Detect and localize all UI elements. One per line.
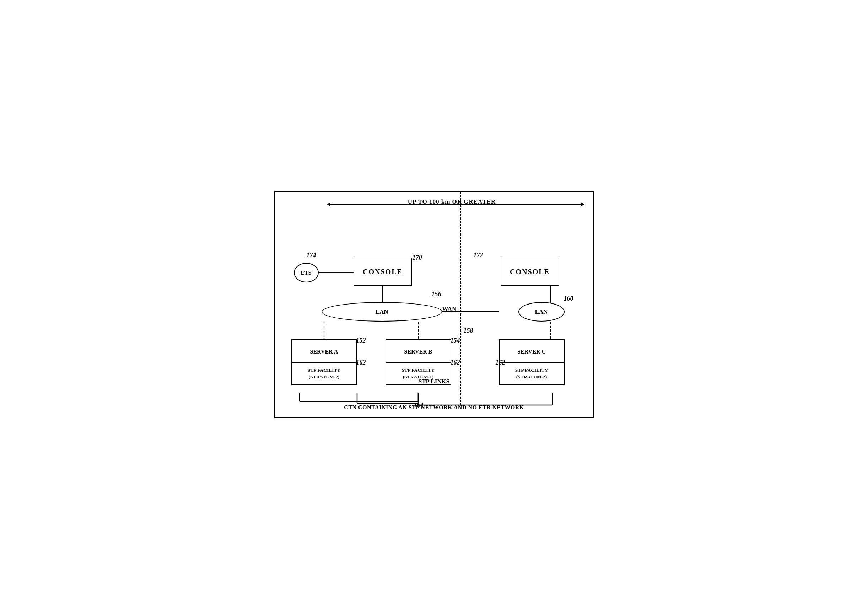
ref-162c: 162 — [496, 359, 505, 366]
console-right-label: CONSOLE — [510, 268, 550, 276]
distance-label: UP TO 100 km OR GREATER — [329, 198, 575, 205]
ref-158: 158 — [463, 327, 473, 334]
lan-right-ellipse: LAN — [518, 302, 564, 322]
server-a-bottom: STP FACILITY(STRATUM-2) — [292, 363, 356, 384]
ref-170: 170 — [412, 254, 422, 262]
ref-160: 160 — [564, 295, 574, 302]
distance-text: UP TO 100 km OR GREATER — [408, 198, 496, 205]
ref-174: 174 — [307, 251, 316, 259]
ref-172: 172 — [474, 251, 483, 259]
ref-162b: 162 — [451, 359, 460, 366]
ref-156: 156 — [432, 291, 441, 298]
stp-links-label: STP LINKS — [418, 378, 450, 385]
server-c-top: SERVER C — [499, 340, 564, 363]
server-a-box: SERVER A STP FACILITY(STRATUM-2) — [291, 339, 357, 385]
ref-162a: 162 — [356, 359, 366, 366]
lan-left-label: LAN — [375, 308, 388, 316]
console-left-label: CONSOLE — [363, 268, 403, 276]
server-c-bottom: STP FACILITY(STRATUM-2) — [499, 363, 564, 384]
server-a-top: SERVER A — [292, 340, 356, 363]
lan-right-label: LAN — [535, 308, 548, 316]
ets-label: ETS — [301, 270, 311, 276]
console-right-box: CONSOLE — [501, 257, 559, 286]
server-c-box: SERVER C STP FACILITY(STRATUM-2) — [499, 339, 564, 385]
ref-154: 154 — [451, 337, 460, 344]
console-left-box: CONSOLE — [353, 257, 412, 286]
bottom-caption: CTN CONTAINING AN STP NETWORK AND NO ETR… — [275, 404, 593, 411]
vertical-divider — [460, 192, 461, 405]
server-b-top: SERVER B — [386, 340, 451, 363]
lan-left-ellipse: LAN — [322, 302, 442, 322]
ref-152: 152 — [356, 337, 366, 344]
ets-circle: ETS — [294, 263, 319, 282]
diagram-container: UP TO 100 km OR GREATER 174 ETS 170 CONS… — [274, 191, 594, 418]
svg-marker-2 — [581, 202, 584, 206]
wan-label: WAN — [442, 305, 457, 313]
